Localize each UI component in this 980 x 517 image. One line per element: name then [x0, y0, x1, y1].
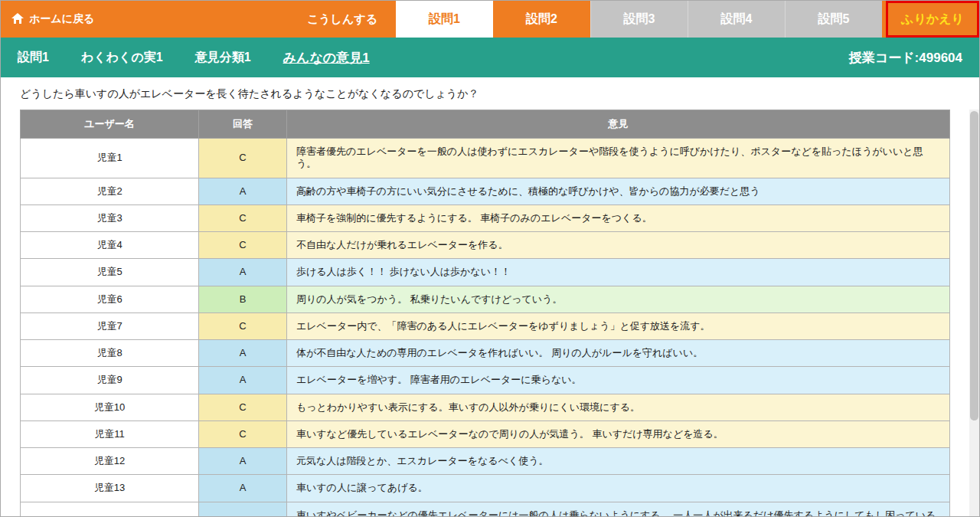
table-row: 児童5 A 歩ける人は歩く！！ 歩けない人は歩かない！！ [21, 259, 950, 286]
table-row: 児童14 A 車いすやベビーカーなどの優先エレベーターには一般の人は乗らないよう… [21, 502, 950, 516]
user-cell: 児童2 [21, 178, 199, 205]
user-cell: 児童8 [21, 340, 199, 367]
sub-nav: 設問1 わくわくの実1 意見分類1 みんなの意見1 授業コード:499604 [1, 38, 979, 77]
column-header-answer: 回答 [199, 110, 287, 139]
tab-question-3[interactable]: 設問3 [590, 1, 688, 38]
answer-cell: A [199, 367, 287, 394]
table-row: 児童6 B 周りの人が気をつかう。 私乗りたいんですけどっていう。 [21, 286, 950, 312]
question-text: どうしたら車いすの人がエレベーターを長く待たされるようなことがなくなるのでしょう… [1, 77, 979, 110]
home-button[interactable]: ホームに戻る [1, 1, 105, 38]
tab-question-1[interactable]: 設問1 [396, 1, 493, 38]
home-label: ホームに戻る [29, 12, 94, 26]
subnav-item-wakuwaku[interactable]: わくわくの実1 [81, 50, 163, 66]
tab-question-2[interactable]: 設問2 [493, 1, 590, 38]
user-cell: 児童13 [21, 475, 199, 502]
column-header-username: ユーザー名 [21, 110, 199, 139]
subnav-item-everyones-opinion[interactable]: みんなの意見1 [283, 49, 370, 67]
user-cell: 児童14 [21, 502, 199, 516]
tab-question-5[interactable]: 設問5 [785, 1, 882, 38]
opinion-cell: 障害者優先のエレベーターを一般の人は使わずにエスカレーターや階段を使うように呼び… [287, 139, 950, 178]
answer-cell: C [199, 420, 287, 447]
table-row: 児童1 C 障害者優先のエレベーターを一般の人は使わずにエスカレーターや階段を使… [21, 139, 950, 178]
home-icon [11, 13, 24, 26]
answer-cell: C [199, 394, 287, 420]
table-row: 児童12 A 元気な人は階段とか、エスカレーターをなるべく使う。 [21, 448, 950, 475]
opinion-cell: 車いすの人に譲ってあげる。 [287, 475, 950, 502]
scrollbar-thumb[interactable] [970, 111, 978, 420]
user-cell: 児童10 [21, 394, 199, 420]
answer-cell: C [199, 232, 287, 259]
opinion-cell: エレベーター内で、「障害のある人にエレベーターをゆずりましょう」と促す放送を流す… [287, 312, 950, 339]
subnav-item-opinion-category[interactable]: 意見分類1 [195, 50, 251, 66]
answer-cell: C [199, 139, 287, 178]
answer-cell: A [199, 448, 287, 475]
table-row: 児童13 A 車いすの人に譲ってあげる。 [21, 475, 950, 502]
user-cell: 児童3 [21, 205, 199, 231]
opinion-cell: 歩ける人は歩く！！ 歩けない人は歩かない！！ [287, 259, 950, 286]
user-cell: 児童1 [21, 139, 199, 178]
opinion-cell: 車いすなど優先しているエレベーターなので周りの人が気遣う。 車いすだけ専用などを… [287, 420, 950, 447]
opinion-cell: 高齢の方や車椅子の方にいい気分にさせるために、積極的な呼びかけや、皆からの協力が… [287, 178, 950, 205]
question-tabs: 設問1 設問2 設問3 設問4 設問5 ふりかえり [396, 1, 979, 38]
table-row: 児童8 A 体が不自由な人ための専用のエレベータを作ればいい。 周りの人がルール… [21, 340, 950, 367]
table-area: ユーザー名 回答 意見 児童1 C 障害者優先のエレベーターを一般の人は使わずに… [1, 110, 979, 516]
tab-review[interactable]: ふりかえり [886, 1, 979, 38]
answer-cell: B [199, 286, 287, 312]
top-bar: ホームに戻る こうしんする 設問1 設問2 設問3 設問4 設問5 ふりかえり [1, 1, 979, 38]
page: ホームに戻る こうしんする 設問1 設問2 設問3 設問4 設問5 ふりかえり … [0, 0, 980, 517]
table-row: 児童4 C 不自由な人だけが乗れるエレベーターを作る。 [21, 232, 950, 259]
opinion-cell: 体が不自由な人ための専用のエレベータを作ればいい。 周りの人がルールを守ればいい… [287, 340, 950, 367]
answer-cell: C [199, 312, 287, 339]
table-header-row: ユーザー名 回答 意見 [21, 110, 950, 139]
answer-cell: A [199, 340, 287, 367]
opinion-cell: 車いすやベビーカーなどの優先エレベーターには一般の人は乗らないようにする。 一人… [287, 502, 950, 516]
opinion-cell: 不自由な人だけが乗れるエレベーターを作る。 [287, 232, 950, 259]
user-cell: 児童5 [21, 259, 199, 286]
update-button[interactable]: こうしんする [289, 1, 396, 38]
opinion-cell: もっとわかりやすい表示にする。車いすの人以外が乗りにくい環境にする。 [287, 394, 950, 420]
user-cell: 児童6 [21, 286, 199, 312]
vertical-scrollbar[interactable] [969, 110, 979, 516]
answer-cell: A [199, 475, 287, 502]
table-row: 児童9 A エレベーターを増やす。 障害者用のエレベーターに乗らない。 [21, 367, 950, 394]
table-row: 児童11 C 車いすなど優先しているエレベーターなので周りの人が気遣う。 車いす… [21, 420, 950, 447]
table-row: 児童3 C 車椅子を強制的に優先するようにする。 車椅子のみのエレベーターをつく… [21, 205, 950, 231]
opinion-cell: エレベーターを増やす。 障害者用のエレベーターに乗らない。 [287, 367, 950, 394]
user-cell: 児童12 [21, 448, 199, 475]
user-cell: 児童9 [21, 367, 199, 394]
answer-cell: A [199, 502, 287, 516]
user-cell: 児童7 [21, 312, 199, 339]
opinion-table: ユーザー名 回答 意見 児童1 C 障害者優先のエレベーターを一般の人は使わずに… [20, 110, 950, 516]
opinion-cell: 車椅子を強制的に優先するようにする。 車椅子のみのエレベーターをつくる。 [287, 205, 950, 231]
opinion-cell: 元気な人は階段とか、エスカレーターをなるべく使う。 [287, 448, 950, 475]
opinion-table-body: 児童1 C 障害者優先のエレベーターを一般の人は使わずにエスカレーターや階段を使… [21, 139, 950, 517]
table-row: 児童2 A 高齢の方や車椅子の方にいい気分にさせるために、積極的な呼びかけや、皆… [21, 178, 950, 205]
column-header-opinion: 意見 [287, 110, 950, 139]
answer-cell: C [199, 205, 287, 231]
answer-cell: A [199, 259, 287, 286]
answer-cell: A [199, 178, 287, 205]
subnav-item-question-1[interactable]: 設問1 [18, 50, 49, 66]
user-cell: 児童4 [21, 232, 199, 259]
class-code: 授業コード:499604 [849, 49, 962, 67]
opinion-cell: 周りの人が気をつかう。 私乗りたいんですけどっていう。 [287, 286, 950, 312]
table-row: 児童10 C もっとわかりやすい表示にする。車いすの人以外が乗りにくい環境にする… [21, 394, 950, 420]
table-row: 児童7 C エレベーター内で、「障害のある人にエレベーターをゆずりましょう」と促… [21, 312, 950, 339]
tab-question-4[interactable]: 設問4 [688, 1, 785, 38]
user-cell: 児童11 [21, 420, 199, 447]
